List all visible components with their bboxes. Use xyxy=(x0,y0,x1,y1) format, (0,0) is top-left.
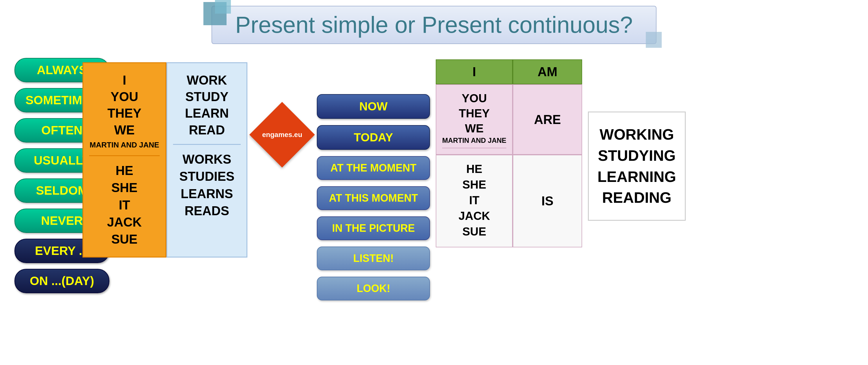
btn-today[interactable]: TODAY xyxy=(317,125,430,150)
cont-col-subjects: I YOU THEY WE MARTIN AND JANE HE SHE IT … xyxy=(436,59,513,247)
present-simple-section: I YOU THEY WE MARTIN AND JANE HE SHE IT … xyxy=(83,62,247,257)
verbs-bottom: WORKS STUDIES LEARNS READS xyxy=(179,151,235,220)
cont-martin-jane: MARTIN AND JANE xyxy=(442,136,506,145)
cont-cell-divider xyxy=(442,148,506,148)
time-expressions: NOW TODAY AT THE MOMENT AT THIS MOMENT I… xyxy=(317,94,430,301)
right-verbs-box: WORKING STUDYING LEARNING READING xyxy=(588,112,686,221)
subjects-box: I YOU THEY WE MARTIN AND JANE HE SHE IT … xyxy=(83,62,166,257)
cont-cell-are: ARE xyxy=(513,84,582,155)
verbs-divider xyxy=(173,144,241,145)
cont-cell-is: IS xyxy=(513,155,582,247)
btn-look[interactable]: LOOK! xyxy=(317,277,430,301)
subjects-divider xyxy=(89,155,160,156)
page-title: Present simple or Present continuous? xyxy=(235,12,633,38)
diamond-container: engames.eu xyxy=(253,106,311,164)
cont-header-i: I xyxy=(436,59,513,84)
subjects-bottom: HE SHE IT JACK SUE xyxy=(107,162,142,248)
cont-col-verbs: AM ARE IS xyxy=(513,59,582,247)
btn-at-the-moment[interactable]: AT THE MOMENT xyxy=(317,156,430,180)
title-box: Present simple or Present continuous? xyxy=(212,6,656,44)
cont-header-am: AM xyxy=(513,59,582,84)
verbs-box: WORK STUDY LEARN READ WORKS STUDIES LEAR… xyxy=(166,62,247,257)
title-deco3 xyxy=(646,32,662,48)
right-verbs-text: WORKING STUDYING LEARNING READING xyxy=(597,124,676,208)
btn-listen[interactable]: LISTEN! xyxy=(317,247,430,270)
diamond-text: engames.eu xyxy=(262,131,302,139)
btn-in-the-picture[interactable]: IN THE PICTURE xyxy=(317,216,430,240)
cont-cell-top-subjects: YOU THEY WE MARTIN AND JANE xyxy=(436,84,513,155)
title-deco2 xyxy=(215,0,231,13)
cont-cell-bottom-subjects: HE SHE IT JACK SUE xyxy=(436,155,513,247)
btn-now[interactable]: NOW xyxy=(317,94,430,119)
continuous-table: I YOU THEY WE MARTIN AND JANE HE SHE IT … xyxy=(436,59,582,247)
btn-at-this-moment[interactable]: AT THIS MOMENT xyxy=(317,186,430,210)
subjects-top: I YOU THEY WE xyxy=(107,72,141,138)
verbs-top: WORK STUDY LEARN READ xyxy=(185,72,229,138)
diamond-shape: engames.eu xyxy=(249,102,315,167)
subjects-martin-jane: MARTIN AND JANE xyxy=(90,140,159,149)
title-container: Present simple or Present continuous? xyxy=(43,6,825,44)
